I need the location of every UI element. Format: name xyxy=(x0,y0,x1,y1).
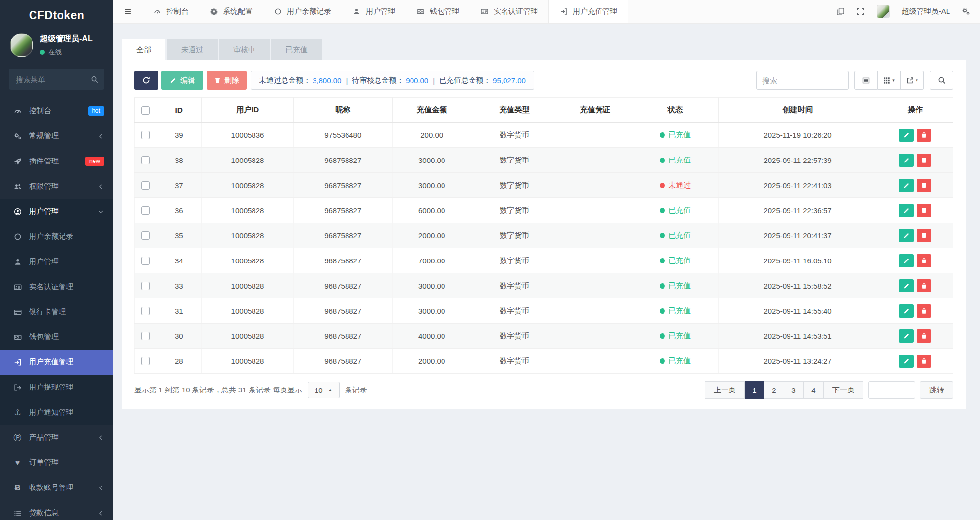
sidebar-subitem[interactable]: 钱包管理 xyxy=(0,325,113,350)
topnav-tab[interactable]: 钱包管理 xyxy=(406,0,470,23)
row-edit-button[interactable] xyxy=(899,304,914,318)
pagination: 上一页 1234 下一页 跳转 xyxy=(705,381,953,399)
row-delete-button[interactable] xyxy=(917,154,931,167)
row-edit-button[interactable] xyxy=(899,179,914,192)
sidebar-subitem[interactable]: 用户管理 xyxy=(0,249,113,274)
table-search-input[interactable] xyxy=(756,71,849,90)
sidebar-subitem[interactable]: 用户充值管理 xyxy=(0,350,113,375)
row-checkbox[interactable] xyxy=(141,282,150,290)
sidebar-subitem-label: 用户提现管理 xyxy=(29,383,104,392)
prev-page-button[interactable]: 上一页 xyxy=(705,381,745,399)
jump-button[interactable]: 跳转 xyxy=(920,381,953,399)
row-edit-button[interactable] xyxy=(899,254,914,267)
row-checkbox[interactable] xyxy=(141,257,150,265)
filter-tab[interactable]: 全部 xyxy=(122,39,165,60)
row-checkbox[interactable] xyxy=(141,131,150,139)
page-button[interactable]: 1 xyxy=(745,381,764,399)
sidebar-item[interactable]: 控制台hot xyxy=(0,98,113,124)
sidebar-item[interactable]: 用户管理 xyxy=(0,199,113,224)
row-edit-button[interactable] xyxy=(899,279,914,292)
page-size-select[interactable]: 10 ▲ xyxy=(308,382,340,398)
refresh-button[interactable] xyxy=(134,71,158,90)
copy-icon[interactable] xyxy=(836,7,845,16)
sidebar-subitem[interactable]: 实名认证管理 xyxy=(0,274,113,299)
sidebar-search-input[interactable] xyxy=(9,69,104,90)
brand-logo[interactable]: CFDtoken xyxy=(0,0,113,31)
search-button[interactable] xyxy=(930,71,953,90)
detail-view-button[interactable] xyxy=(854,71,878,90)
sidebar-item[interactable]: Ƀ收款账号管理 xyxy=(0,475,113,500)
row-checkbox[interactable] xyxy=(141,206,150,215)
cell-user-id: 10005828 xyxy=(202,248,293,273)
sidebar-item[interactable]: Ⓟ产品管理 xyxy=(0,425,113,450)
filter-tab[interactable]: 已充值 xyxy=(271,39,322,60)
page-button[interactable]: 4 xyxy=(804,381,823,399)
row-checkbox[interactable] xyxy=(141,181,150,190)
hamburger-icon[interactable] xyxy=(113,0,142,23)
online-dot-icon xyxy=(40,50,45,55)
topnav-tab[interactable]: 系统配置 xyxy=(199,0,263,23)
topnav-tab[interactable]: 用户管理 xyxy=(342,0,406,23)
row-checkbox[interactable] xyxy=(141,357,150,365)
row-delete-button[interactable] xyxy=(917,304,931,318)
row-edit-button[interactable] xyxy=(899,129,914,142)
status-badge: 已充值 xyxy=(660,156,691,165)
sidebar-item[interactable]: 插件管理new xyxy=(0,149,113,174)
page-button[interactable]: 3 xyxy=(784,381,804,399)
sidebar-item[interactable]: 权限管理 xyxy=(0,174,113,199)
row-delete-button[interactable] xyxy=(917,204,931,217)
trash-icon xyxy=(214,77,221,84)
topnav-tab[interactable]: 用户余额记录 xyxy=(263,0,342,23)
sidebar-item-label: 产品管理 xyxy=(29,433,91,442)
topnav-tab[interactable]: 用户充值管理 xyxy=(548,0,628,23)
row-delete-button[interactable] xyxy=(917,129,931,142)
export-button[interactable]: ▾ xyxy=(901,71,924,90)
row-edit-button[interactable] xyxy=(899,154,914,167)
row-checkbox[interactable] xyxy=(141,156,150,164)
topnav-tab[interactable]: 实名认证管理 xyxy=(470,0,548,23)
sidebar-subitem[interactable]: 用户余额记录 xyxy=(0,224,113,249)
table-row: 31100058289687588273000.00数字货币已充值2025-09… xyxy=(135,298,953,324)
columns-button[interactable]: ▾ xyxy=(878,71,901,90)
row-edit-button[interactable] xyxy=(899,329,914,343)
sidebar-subitem[interactable]: 银行卡管理 xyxy=(0,299,113,325)
sidebar-item[interactable]: ♥订单管理 xyxy=(0,450,113,475)
topnav-tab[interactable]: 控制台 xyxy=(142,0,199,23)
sidebar-subitem[interactable]: 用户提现管理 xyxy=(0,375,113,400)
edit-button[interactable]: 编辑 xyxy=(161,71,203,90)
sidebar-subitem[interactable]: ⚓用户通知管理 xyxy=(0,400,113,425)
row-delete-button[interactable] xyxy=(917,329,931,343)
row-edit-button[interactable] xyxy=(899,355,914,368)
page-button[interactable]: 2 xyxy=(764,381,784,399)
row-delete-button[interactable] xyxy=(917,254,931,267)
row-edit-button[interactable] xyxy=(899,204,914,217)
cell-checkbox xyxy=(135,123,156,148)
filter-tab[interactable]: 未通过 xyxy=(167,39,218,60)
row-edit-button[interactable] xyxy=(899,229,914,242)
gear-icon xyxy=(209,8,219,15)
row-checkbox[interactable] xyxy=(141,231,150,240)
status-badge: 已充值 xyxy=(660,331,691,341)
row-delete-button[interactable] xyxy=(917,229,931,242)
fullscreen-icon[interactable] xyxy=(856,7,865,16)
delete-button[interactable]: 删除 xyxy=(207,71,247,90)
sidebar-item[interactable]: 常规管理 xyxy=(0,124,113,149)
next-page-button[interactable]: 下一页 xyxy=(823,381,863,399)
row-delete-button[interactable] xyxy=(917,179,931,192)
avatar[interactable] xyxy=(877,5,890,18)
row-checkbox[interactable] xyxy=(141,332,150,340)
app-window: CFDtoken 超级管理员-AL 在线 控制台hot常规管理插件管理new权限… xyxy=(0,0,980,520)
row-checkbox[interactable] xyxy=(141,307,150,315)
cogs-icon[interactable] xyxy=(962,7,970,16)
row-delete-button[interactable] xyxy=(917,279,931,292)
row-delete-button[interactable] xyxy=(917,355,931,368)
sidebar-item[interactable]: 贷款信息 xyxy=(0,500,113,520)
cell-created: 2025-09-11 13:24:27 xyxy=(718,349,877,374)
select-all-checkbox[interactable] xyxy=(141,106,150,115)
cell-id: 31 xyxy=(156,298,202,324)
loan-list-icon xyxy=(13,509,22,517)
cell-nickname: 968758827 xyxy=(293,324,392,349)
filter-tab[interactable]: 审核中 xyxy=(219,39,270,60)
summary-value: 95,027.00 xyxy=(493,76,526,85)
page-jump-input[interactable] xyxy=(868,381,915,399)
